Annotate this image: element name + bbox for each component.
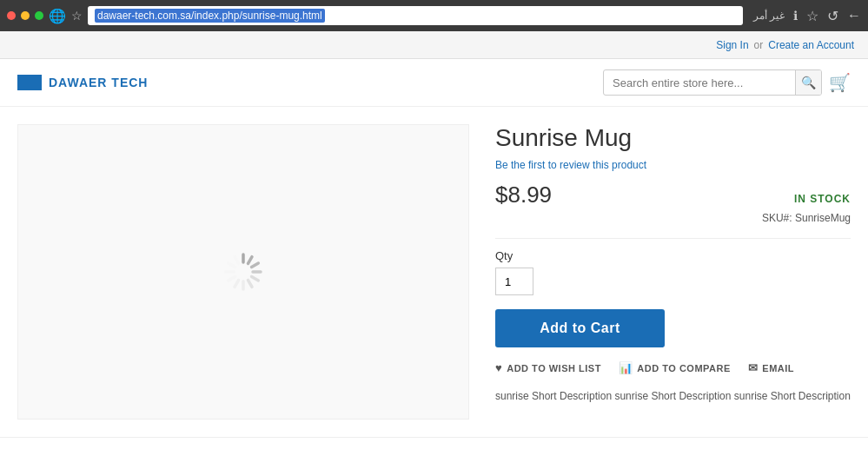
browser-info-icon: ℹ [793,9,798,23]
search-button[interactable]: 🔍 [795,69,821,96]
product-image-area [17,124,469,420]
svg-line-4 [252,277,259,281]
compare-link[interactable]: 📊 ADD TO COMPARE [619,361,731,374]
divider [495,238,851,239]
sku-row: SKU#: SunriseMug [495,212,851,224]
search-input[interactable] [604,76,795,89]
svg-line-2 [252,263,259,268]
svg-line-8 [229,277,235,281]
email-label: EMAIL [762,363,794,373]
logo-text: DAWAER TECH [49,76,148,89]
add-to-cart-button[interactable]: Add to Cart [495,309,665,347]
search-bar: 🔍 [603,69,822,96]
svg-line-10 [229,263,235,268]
sku-label: SKU#: [762,212,792,224]
cart-icon-button[interactable]: 🛒 [829,72,851,93]
product-title: Sunrise Mug [495,124,851,152]
main-content: Sunrise Mug Be the first to review this … [0,107,868,437]
loading-spinner [222,251,264,293]
browser-back-icon[interactable]: ← [847,8,861,23]
svg-line-7 [235,281,239,287]
top-bar: Sign In or Create an Account [0,31,868,59]
browser-bookmark-icon[interactable]: ☆ [806,8,818,24]
action-links: ♥ ADD TO WISH LIST 📊 ADD TO COMPARE ✉ EM… [495,361,851,374]
price-stock-row: $8.99 IN STOCK [495,182,851,208]
short-description: sunrise Short Description sunrise Short … [495,388,851,404]
url-highlight: dawaer-tech.com.sa/index.php/sunrise-mug… [95,9,325,23]
wish-list-link[interactable]: ♥ ADD TO WISH LIST [495,361,601,374]
product-price: $8.99 [495,182,552,208]
top-bar-separator: or [754,39,764,51]
header-right: 🔍 🛒 [603,69,851,96]
signin-link[interactable]: Sign In [716,39,748,51]
qty-input[interactable] [495,268,533,295]
browser-icon-globe: 🌐 [49,8,66,24]
browser-icon-star: ☆ [71,9,83,23]
browser-max-dot [35,11,43,20]
logo-area: DAWAER TECH [17,75,148,90]
qty-label: Qty [495,249,851,262]
svg-line-11 [235,257,239,264]
stock-status: IN STOCK [794,193,851,205]
create-account-link[interactable]: Create an Account [768,39,854,51]
url-bar[interactable]: dawaer-tech.com.sa/index.php/sunrise-mug… [88,6,743,25]
browser-history-icon[interactable]: ↺ [827,8,838,24]
header: DAWAER TECH 🔍 🛒 [0,59,868,107]
wish-list-label: ADD TO WISH LIST [507,363,601,373]
review-link[interactable]: Be the first to review this product [495,159,851,171]
logo-block [17,75,42,90]
compare-label: ADD TO COMPARE [637,363,730,373]
product-info: Sunrise Mug Be the first to review this … [487,124,851,420]
page-footer [0,437,868,452]
browser-close-dot [7,11,16,20]
heart-icon: ♥ [495,361,502,374]
svg-line-5 [248,281,253,287]
email-link[interactable]: ✉ EMAIL [748,361,794,374]
browser-rtl-label: غير أمر [753,10,785,22]
browser-min-dot [21,11,30,20]
bar-chart-icon: 📊 [619,361,633,374]
email-icon: ✉ [748,361,759,374]
sku-value: SunriseMug [795,212,851,224]
svg-line-1 [248,257,253,264]
browser-chrome: 🌐 ☆ dawaer-tech.com.sa/index.php/sunrise… [0,0,868,31]
